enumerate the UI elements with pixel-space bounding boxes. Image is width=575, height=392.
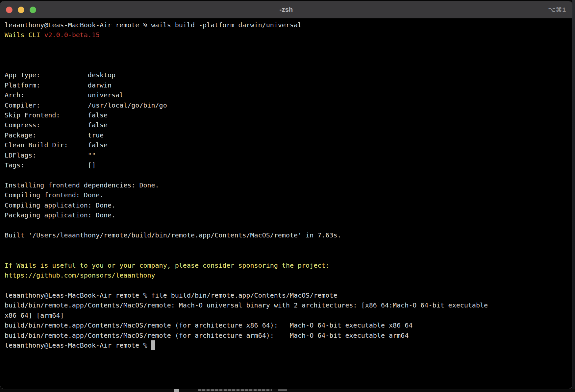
close-button[interactable] (6, 7, 12, 13)
terminal-line: Platform: darwin (5, 80, 572, 90)
background-window-fragment (278, 389, 287, 391)
terminal-line (5, 40, 572, 50)
terminal-line: Installing frontend dependencies: Done. (5, 180, 572, 190)
terminal-cursor (151, 340, 155, 350)
terminal-window: -zsh ⌥⌘1 leaanthony@Leas-MacBook-Air rem… (0, 1, 572, 389)
terminal-text-segment: build/bin/remote.app/Contents/MacOS/remo… (5, 321, 413, 329)
terminal-text-segment: If Wails is useful to you or your compan… (5, 261, 329, 269)
terminal-line: leaanthony@Leas-MacBook-Air remote % fil… (5, 290, 572, 300)
window-title: -zsh (0, 6, 572, 13)
terminal-text-segment: leaanthony@Leas-MacBook-Air remote % (5, 341, 151, 349)
terminal-line: x86_64] [arm64] (5, 310, 572, 320)
terminal-line: build/bin/remote.app/Contents/MacOS/remo… (5, 331, 572, 340)
terminal-line: LDFlags: "" (5, 150, 572, 160)
terminal-text-segment: LDFlags: "" (5, 151, 96, 159)
background-window-right-sliver (572, 0, 575, 392)
terminal-text-segment: Installing frontend dependencies: Done. (5, 181, 159, 189)
terminal-line: Skip Frontend: false (5, 110, 572, 120)
terminal-line: leaanthony@Leas-MacBook-Air remote % (5, 340, 572, 350)
terminal-line: Wails CLI v2.0.0-beta.15 (5, 30, 572, 40)
desktop-background: -zsh ⌥⌘1 leaanthony@Leas-MacBook-Air rem… (0, 0, 575, 392)
terminal-line: build/bin/remote.app/Contents/MacOS/remo… (5, 300, 572, 310)
terminal-text-segment: Packaging application: Done. (5, 211, 115, 219)
terminal-line: Compiling frontend: Done. (5, 190, 572, 200)
terminal-line: leaanthony@Leas-MacBook-Air remote % wai… (5, 20, 572, 30)
terminal-line: Built '/Users/leaanthony/remote/build/bi… (5, 230, 572, 240)
titlebar[interactable]: -zsh ⌥⌘1 (0, 1, 572, 18)
terminal-output[interactable]: leaanthony@Leas-MacBook-Air remote % wai… (0, 18, 572, 389)
terminal-text-segment: Built '/Users/leaanthony/remote/build/bi… (5, 231, 341, 239)
terminal-line: App Type: desktop (5, 70, 572, 80)
terminal-text-segment: build/bin/remote.app/Contents/MacOS/remo… (5, 301, 488, 309)
terminal-line (5, 250, 572, 260)
terminal-text-segment: App Type: desktop (5, 71, 115, 79)
terminal-text-segment: x86_64] [arm64] (5, 311, 64, 319)
zoom-button[interactable] (30, 7, 36, 13)
terminal-text-segment: leaanthony@Leas-MacBook-Air remote % fil… (5, 291, 337, 299)
terminal-line: https://github.com/sponsors/leaanthony (5, 270, 572, 280)
background-window-bottom-sliver (0, 389, 575, 392)
terminal-line: build/bin/remote.app/Contents/MacOS/remo… (5, 320, 572, 330)
terminal-line: Compiling application: Done. (5, 200, 572, 210)
terminal-text-segment: Tags: [] (5, 161, 96, 169)
traffic-lights (6, 1, 36, 18)
terminal-text-segment: Compiling application: Done. (5, 201, 115, 209)
terminal-text-segment: https://github.com/sponsors/leaanthony (5, 271, 155, 279)
terminal-text-segment: build/bin/remote.app/Contents/MacOS/remo… (5, 331, 409, 339)
terminal-text-segment: Platform: darwin (5, 81, 112, 89)
terminal-text-segment: Clean Build Dir: false (5, 141, 108, 149)
terminal-line: Package: true (5, 130, 572, 140)
terminal-text-segment: Wails CLI (5, 31, 44, 39)
terminal-line: Compiler: /usr/local/go/bin/go (5, 100, 572, 110)
terminal-line: Compress: false (5, 120, 572, 130)
terminal-text-segment: v2.0.0-beta.15 (44, 31, 100, 39)
background-window-fragment (174, 389, 179, 392)
terminal-line: Clean Build Dir: false (5, 140, 572, 150)
terminal-text-segment: Compiling frontend: Done. (5, 191, 104, 199)
terminal-line (5, 220, 572, 230)
terminal-line (5, 280, 572, 290)
terminal-text-segment: leaanthony@Leas-MacBook-Air remote % wai… (5, 21, 302, 29)
terminal-line: Packaging application: Done. (5, 210, 572, 220)
tab-shortcut-badge: ⌥⌘1 (548, 1, 566, 18)
terminal-line: Arch: universal (5, 90, 572, 100)
background-window-fragment (198, 389, 272, 391)
terminal-text-segment: Compiler: /usr/local/go/bin/go (5, 101, 167, 109)
terminal-line (5, 60, 572, 70)
terminal-line (5, 240, 572, 250)
terminal-line: Tags: [] (5, 160, 572, 170)
terminal-line (5, 170, 572, 180)
terminal-line (5, 50, 572, 60)
minimize-button[interactable] (18, 7, 24, 13)
terminal-text-segment: Package: true (5, 131, 104, 139)
terminal-line: If Wails is useful to you or your compan… (5, 260, 572, 270)
terminal-text-segment: Skip Frontend: false (5, 111, 108, 119)
terminal-text-segment: Compress: false (5, 121, 108, 129)
terminal-text-segment: Arch: universal (5, 91, 123, 99)
